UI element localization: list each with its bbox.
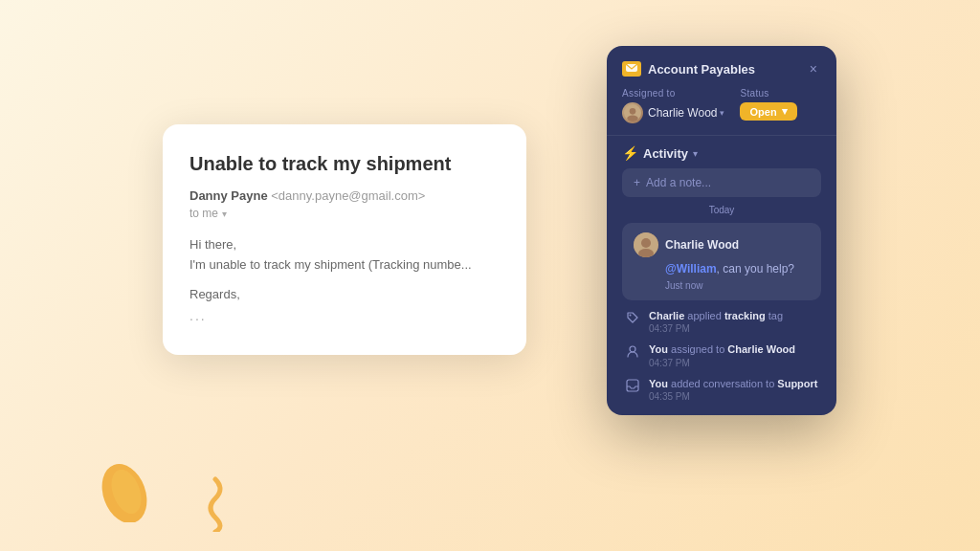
- add-note-plus: +: [634, 176, 640, 189]
- assigned-to-label: Assigned to: [622, 88, 724, 99]
- panel-header: Account Payables ×: [607, 46, 836, 88]
- note-text: @William, can you help?: [665, 261, 810, 277]
- status-badge[interactable]: Open ▾: [740, 102, 796, 121]
- activity-icon: ⚡: [622, 145, 638, 161]
- deco-leaf: [96, 446, 153, 522]
- add-note-button[interactable]: + Add a note...: [622, 168, 821, 197]
- sender-name: Danny Payne: [189, 188, 268, 203]
- status-chevron: ▾: [782, 105, 788, 118]
- deco-squiggle: [191, 474, 239, 532]
- note-mention: @William: [665, 262, 717, 276]
- close-button[interactable]: ×: [806, 59, 821, 78]
- email-sender: Danny Payne <danny.payne@gmail.com>: [189, 188, 500, 203]
- more-options[interactable]: ···: [189, 311, 500, 326]
- svg-point-10: [630, 346, 635, 352]
- activity-header[interactable]: ⚡ Activity ▾: [622, 145, 821, 161]
- log-user-icon: [624, 342, 641, 360]
- panel-title-row: Account Payables: [622, 61, 755, 77]
- note-avatar: [634, 232, 658, 257]
- sender-email: <danny.payne@gmail.com>: [271, 188, 425, 203]
- log-text-1: Charlie applied tracking tag: [649, 308, 783, 324]
- status-label: Status: [740, 88, 796, 99]
- log-item-1: Charlie applied tracking tag 04:37 PM: [622, 308, 821, 335]
- svg-point-4: [630, 108, 636, 115]
- panel-meta: Assigned to Charlie Wood ▾ Status Open: [607, 88, 836, 135]
- svg-point-5: [627, 115, 637, 121]
- status-value: Open: [749, 106, 776, 118]
- log-item-3: You added conversation to Support 04:35 …: [622, 376, 821, 403]
- assigned-chevron: ▾: [720, 108, 724, 118]
- assigned-group: Assigned to Charlie Wood ▾: [622, 88, 724, 123]
- activity-section: ⚡ Activity ▾ + Add a note... Today Charl…: [607, 136, 836, 415]
- log-time-2: 04:37 PM: [649, 358, 795, 368]
- log-text-2: You assigned to Charlie Wood: [649, 342, 795, 358]
- log-time-3: 04:35 PM: [649, 391, 818, 402]
- email-to: to me ▾: [189, 207, 500, 220]
- email-card: Unable to track my shipment Danny Payne …: [163, 124, 526, 355]
- assigned-name: Charlie Wood ▾: [648, 106, 724, 120]
- log-inbox-icon: [624, 377, 641, 394]
- email-body: Hi there, I'm unable to track my shipmen…: [189, 235, 500, 276]
- email-subject: Unable to track my shipment: [189, 153, 500, 175]
- avatar: [622, 102, 643, 123]
- svg-point-9: [630, 314, 632, 316]
- activity-panel: Account Payables × Assigned to Charlie W…: [607, 46, 836, 415]
- status-group: Status Open ▾: [740, 88, 796, 123]
- panel-title-icon: [622, 61, 641, 77]
- activity-note: Charlie Wood @William, can you help? Jus…: [622, 223, 821, 300]
- today-label: Today: [622, 205, 821, 215]
- add-note-placeholder: Add a note...: [646, 176, 711, 189]
- activity-chevron: ▾: [693, 148, 698, 159]
- log-text-3: You added conversation to Support: [649, 376, 818, 392]
- panel-title: Account Payables: [648, 62, 755, 77]
- note-header: Charlie Wood: [634, 232, 810, 257]
- note-author: Charlie Wood: [665, 238, 739, 252]
- log-time-1: 04:37 PM: [649, 323, 783, 334]
- assigned-row[interactable]: Charlie Wood ▾: [622, 102, 724, 123]
- log-tag-icon: [624, 309, 641, 326]
- svg-point-7: [641, 238, 651, 248]
- note-time: Just now: [665, 280, 810, 291]
- activity-title: Activity: [643, 146, 688, 161]
- log-item-2: You assigned to Charlie Wood 04:37 PM: [622, 342, 821, 368]
- svg-rect-11: [627, 380, 638, 391]
- email-regards: Regards,: [189, 287, 500, 301]
